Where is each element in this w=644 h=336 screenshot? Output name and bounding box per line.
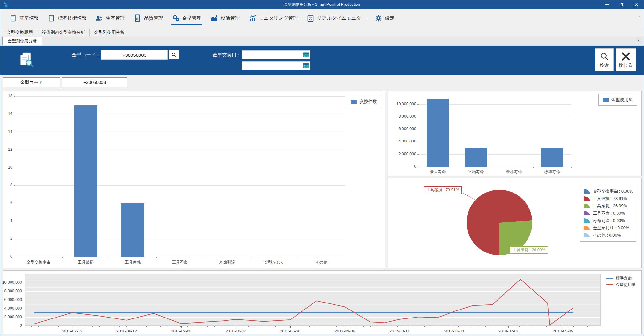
x-axis-minor-tick: [221, 326, 221, 327]
legend-swatch: [606, 284, 613, 285]
grid-line: [15, 114, 345, 114]
x-axis-minor-tick: [404, 326, 404, 327]
menu-item-equipment[interactable]: 設備管理: [206, 11, 244, 26]
x-axis-minor-tick: [194, 326, 194, 327]
menu-item-mold-management[interactable]: 金型管理: [168, 11, 206, 26]
close-view-button[interactable]: 閉じる: [616, 48, 636, 71]
legend-swatch: [584, 211, 590, 215]
menu-item-standard-tech-info[interactable]: 標準技術情報: [43, 11, 91, 26]
exchange-date-to-input[interactable]: [242, 61, 310, 70]
x-axis-minor-tick: [242, 326, 242, 327]
legend-label: 金型交換事由 : 0.00%: [593, 188, 633, 194]
x-axis-tick: [290, 326, 291, 328]
factory-icon: [210, 14, 218, 22]
x-axis-label: 2017-09-06: [326, 329, 364, 333]
legend-label: 交換件数: [360, 99, 377, 105]
result-header-key: 金型コード: [3, 77, 60, 87]
x-axis-minor-tick: [363, 326, 364, 327]
y-axis-label: 14: [0, 129, 12, 134]
x-axis-minor-tick: [296, 326, 296, 327]
x-axis-minor-tick: [343, 326, 343, 327]
bar-1: [427, 99, 449, 167]
legend-label: 工具破損 : 73.91%: [593, 196, 627, 201]
subtab-usage-analysis-by-mold[interactable]: 金型別使用分析: [90, 29, 129, 36]
x-axis-minor-tick: [370, 326, 371, 327]
x-axis-label: 標準寿命: [533, 169, 572, 175]
x-axis-minor-tick: [452, 326, 452, 327]
x-axis-minor-tick: [445, 326, 445, 327]
y-axis-label: 12: [0, 147, 12, 152]
x-axis-minor-tick: [160, 326, 161, 327]
menu-item-settings[interactable]: 設定: [370, 11, 399, 26]
x-axis-tick: [508, 326, 509, 328]
x-axis-minor-tick: [553, 326, 553, 327]
pie-callout-tool-breakage: 工具破損 : 73.91%: [424, 186, 462, 194]
x-axis-minor-tick: [492, 326, 492, 327]
menu-item-label: 品質管理: [144, 15, 163, 21]
y-axis-label: 10,000,000: [0, 280, 22, 285]
x-axis-minor-tick: [560, 326, 560, 327]
x-axis-minor-tick: [458, 326, 459, 327]
callout-leader-line: [460, 192, 475, 200]
x-axis-minor-tick: [438, 326, 438, 327]
subtab-mold-exchange-history[interactable]: 金型交換履歴: [2, 29, 37, 36]
x-axis-tick: [457, 167, 457, 168]
close-x-icon: [621, 52, 631, 61]
menu-item-master-info[interactable]: 基準情報: [5, 11, 43, 26]
y-axis-label: 4: [0, 218, 12, 223]
x-axis-label: 2018-05-09: [544, 329, 582, 333]
menu-item-label: 金型管理: [182, 15, 201, 21]
grid-line: [15, 221, 345, 221]
mold-usage-chart-panel: 金型使用量 02,000,0004,000,0006,000,0008,000,…: [388, 91, 642, 176]
x-axis-line: [14, 257, 345, 257]
x-axis-label: 工具破損: [62, 260, 109, 265]
tab-mold-usage-analysis[interactable]: 金型別使用分析: [2, 37, 42, 45]
menu-item-label: 標準技術情報: [58, 15, 86, 21]
pie-legend: 金型交換事由 : 0.00%工具破損 : 73.91%工具摩耗 : 26.09%…: [580, 184, 636, 242]
subtab-exchange-analysis-by-equipment[interactable]: 設備別の金型交換分析: [37, 29, 90, 36]
x-axis-minor-tick: [201, 326, 201, 327]
mold-code-search-button[interactable]: [169, 50, 179, 60]
x-axis-tick: [204, 257, 204, 258]
x-axis-label: 最大寿命: [419, 169, 457, 175]
grid-line: [15, 96, 345, 97]
document-list-icon: [48, 14, 55, 22]
titlebar: 金型別使用分析 - Smart Point of Production: [0, 0, 644, 9]
x-axis-label: 金型かじり: [251, 260, 298, 265]
y-axis-label: 16: [0, 112, 12, 116]
tab-close-icon[interactable]: ×: [637, 38, 640, 43]
x-axis-label: 金型交換事由: [15, 260, 62, 265]
legend-item: その他 : 0.00%: [584, 231, 633, 239]
y-axis-label: 8: [0, 183, 12, 187]
x-axis-line: [25, 326, 601, 326]
y-axis-label: 6,000,000: [0, 297, 22, 302]
minimize-button[interactable]: [600, 0, 614, 9]
calendar-icon[interactable]: [303, 52, 309, 58]
x-axis-minor-tick: [526, 326, 526, 327]
x-axis-label: 寿命到達: [204, 260, 251, 265]
exchange-date-from-input[interactable]: [242, 50, 310, 59]
close-button[interactable]: [629, 0, 644, 9]
x-axis-minor-tick: [99, 326, 100, 327]
menu-collapse-chevron[interactable]: ^: [639, 15, 640, 19]
exchange-reason-pie-panel: 工具破損 : 73.91% 工具摩耗 : 26.09% 金型交換事由 : 0.0…: [388, 178, 642, 268]
search-button[interactable]: 検索: [595, 48, 614, 71]
x-axis-minor-tick: [31, 326, 32, 327]
x-axis-minor-tick: [38, 326, 39, 327]
menu-item-quality[interactable]: 品質管理: [129, 11, 168, 26]
y-axis-label: 0: [0, 254, 12, 259]
mold-code-input[interactable]: [101, 50, 168, 60]
legend-item: 金型かじり : 0.00%: [584, 224, 633, 231]
x-axis-minor-tick: [289, 326, 289, 327]
x-axis-minor-tick: [567, 326, 567, 327]
x-axis-minor-tick: [275, 326, 276, 327]
x-axis-tick: [563, 326, 563, 328]
menu-item-production[interactable]: 生産管理: [91, 11, 129, 26]
y-axis-label: 18: [0, 94, 12, 98]
date-range-tilde: ~: [236, 62, 239, 68]
menu-item-realtime-monitor[interactable]: リアルタイムモニター: [302, 11, 370, 26]
main-menu: 基準情報 標準技術情報 生産管理 品質管理 金型管理 設備管理 モニタリング管理…: [0, 9, 644, 28]
menu-item-monitoring[interactable]: モニタリング管理: [244, 11, 302, 26]
restore-button[interactable]: [614, 0, 629, 9]
calendar-icon[interactable]: [303, 62, 309, 69]
